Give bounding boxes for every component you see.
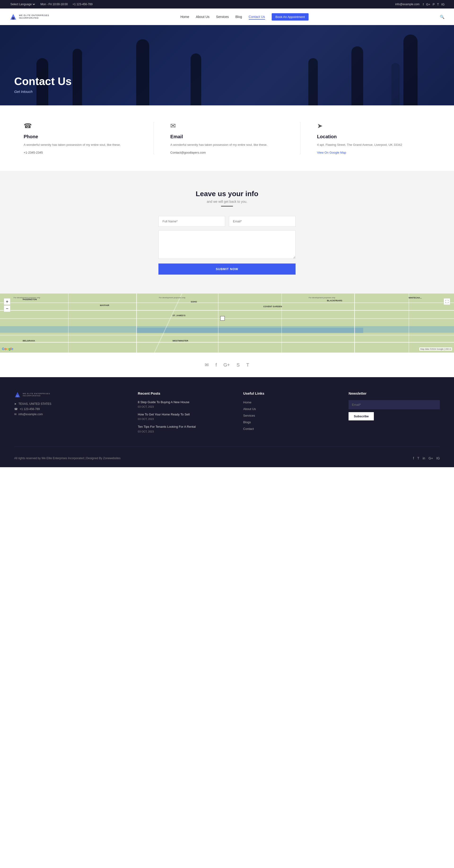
form-subtitle: and we will get back to you. xyxy=(207,200,247,204)
footer-link-services[interactable]: Services xyxy=(243,413,335,417)
map-fullscreen[interactable]: ⛶ xyxy=(444,298,450,305)
svg-rect-1 xyxy=(12,17,14,20)
location-detail[interactable]: View On Google Map xyxy=(317,151,430,154)
footer-email-icon: ✉ xyxy=(14,413,17,416)
footer-bottom: All rights reserved by We Elite Enterpri… xyxy=(14,454,440,460)
footer-post-1-date: 03 OCT, 2023 xyxy=(138,405,229,408)
fullname-input[interactable] xyxy=(158,216,225,227)
twitter-icon[interactable]: T xyxy=(437,3,439,6)
email-icon: ✉ xyxy=(170,122,283,130)
footer-link-blogs[interactable]: Blogs xyxy=(243,420,335,424)
nav-home[interactable]: Home xyxy=(180,15,189,19)
email-input[interactable] xyxy=(229,216,296,227)
useful-links-title: Useful Links xyxy=(243,391,335,395)
svg-rect-3 xyxy=(16,395,19,397)
pinterest-icon[interactable]: P xyxy=(433,3,435,6)
footer-link-about[interactable]: About Us xyxy=(243,407,335,411)
language-select[interactable]: Select Language xyxy=(9,2,36,6)
footer-recent-posts-col: Recent Posts 8 Step Guide To Buying A Ne… xyxy=(138,391,229,437)
location-title: Location xyxy=(317,134,430,140)
top-bar-right: info@example.com f G+ P T IG xyxy=(395,3,445,6)
contact-email-card: ✉ Email A wonderful serenity has taken p… xyxy=(170,122,283,154)
useful-links-list: Home About Us Services Blogs Contact xyxy=(243,400,335,431)
road-v3 xyxy=(218,293,218,352)
submit-button[interactable]: Submit Now xyxy=(158,264,296,275)
social-googleplus-icon[interactable]: G+ xyxy=(223,362,230,368)
map-label-belgravia: BELGRAVIA xyxy=(23,340,35,342)
google-plus-icon[interactable]: G+ xyxy=(426,3,430,6)
footer-post-1: 8 Step Guide To Buying A New House 03 OC… xyxy=(138,400,229,408)
map-label-dev3: For development purposes only xyxy=(309,297,335,299)
top-bar: Select Language Mon - Fri 10:00-18:00 +1… xyxy=(0,0,454,8)
form-row-top xyxy=(158,216,296,227)
contact-form: Submit Now xyxy=(158,216,296,275)
map-zoom-minus[interactable]: − xyxy=(4,305,10,312)
top-social-icons: f G+ P T IG xyxy=(423,3,445,6)
map-label-soho: SOHO xyxy=(190,301,197,303)
email-detail: Contact@goodlayers.com xyxy=(170,151,283,154)
phone-detail: +1-2345-2345 xyxy=(24,151,137,154)
social-twitter-icon[interactable]: T xyxy=(246,362,249,368)
email-address: info@example.com xyxy=(395,3,420,6)
map-label-westminster: WESTMINSTER xyxy=(173,340,188,342)
business-hours: Mon - Fri 10:00-18:00 xyxy=(40,3,68,6)
hero-section: Contact Us Get Intouch xyxy=(0,25,454,105)
footer-post-3-title[interactable]: Ten Tips For Tenants Looking For A Renta… xyxy=(138,425,229,429)
phone-desc: A wonderful serenity has taken possessio… xyxy=(24,142,137,148)
newsletter-subscribe-button[interactable]: Subscribe xyxy=(349,412,374,421)
logo[interactable]: WE ELITE ENTERPRISES INCORPORATED xyxy=(9,13,49,21)
form-divider xyxy=(221,206,233,207)
location-icon: ➤ xyxy=(317,122,430,130)
map-label-dev: For development purposes only xyxy=(14,297,40,299)
nav-about[interactable]: About Us xyxy=(196,15,210,19)
nav-book-appointment[interactable]: Book An Appointment xyxy=(272,13,309,21)
footer-newsletter-col: Newsletter Subscribe xyxy=(349,391,440,437)
road-v6 xyxy=(408,293,409,352)
map-attribution: Map data ©2024 Google | 200 m xyxy=(419,347,452,351)
nav-services[interactable]: Services xyxy=(216,15,229,19)
footer-post-2-title[interactable]: How To Get Your Home Ready To Sell xyxy=(138,412,229,416)
road-v5 xyxy=(354,293,355,352)
footer-link-home[interactable]: Home xyxy=(243,400,335,404)
social-skype-icon[interactable]: S xyxy=(237,362,240,368)
social-strip: ✉ f G+ S T xyxy=(0,352,454,377)
footer-link-contact[interactable]: Contact xyxy=(243,427,335,431)
footer-social-instagram[interactable]: IG xyxy=(436,456,440,460)
footer-social-facebook[interactable]: f xyxy=(413,456,414,460)
logo-text: WE ELITE ENTERPRISES INCORPORATED xyxy=(19,14,49,20)
footer-phone: ☎ +1 123-456-789 xyxy=(14,407,124,411)
newsletter-title: Newsletter xyxy=(349,391,440,395)
nav-blog[interactable]: Blog xyxy=(236,15,242,19)
map-label-mayfair: MAYFAIR xyxy=(100,304,109,307)
message-input[interactable] xyxy=(158,230,296,259)
map-label-whitechapel: WHITECHA... xyxy=(408,297,422,299)
map-zoom-plus[interactable]: + xyxy=(4,298,10,305)
footer-bottom-social: f T in G+ IG xyxy=(413,456,440,460)
divider-2 xyxy=(300,122,301,154)
map-section[interactable]: PADDINGTON MAYFAIR SOHO COVENT GARDEN BL… xyxy=(0,293,454,352)
footer-social-twitter[interactable]: T xyxy=(417,456,420,460)
social-email-icon[interactable]: ✉ xyxy=(205,362,209,368)
social-facebook-icon[interactable]: f xyxy=(215,362,217,368)
footer-social-linkedin[interactable]: in xyxy=(423,456,425,460)
contact-info-section: ☎ Phone A wonderful serenity has taken p… xyxy=(0,105,454,171)
form-title: Leave us your info xyxy=(195,190,258,198)
search-icon[interactable]: 🔍 xyxy=(440,14,445,19)
contact-form-section: Leave us your info and we will get back … xyxy=(0,171,454,293)
facebook-icon[interactable]: f xyxy=(423,3,424,6)
contact-location-card: ➤ Location 4 apt. Flawing Street. The Gr… xyxy=(317,122,430,154)
instagram-icon[interactable]: IG xyxy=(441,3,445,6)
map-label-paddington: PADDINGTON xyxy=(23,298,37,301)
top-bar-left: Select Language Mon - Fri 10:00-18:00 +1… xyxy=(9,2,92,6)
newsletter-email-input[interactable] xyxy=(349,400,440,409)
map-water-2 xyxy=(136,328,363,333)
logo-icon xyxy=(9,13,17,21)
nav-links: Home About Us Services Blog Contact Us B… xyxy=(180,14,309,19)
map-pin xyxy=(220,316,225,321)
footer-logo-text: WE ELITE ENTERPRISES INCORPORATED xyxy=(23,393,50,397)
footer-social-googleplus[interactable]: G+ xyxy=(428,456,433,460)
nav-contact[interactable]: Contact Us xyxy=(249,15,265,20)
footer-brand-col: WE ELITE ENTERPRISES INCORPORATED ➤ TEXA… xyxy=(14,391,124,437)
footer-post-1-title[interactable]: 8 Step Guide To Buying A New House xyxy=(138,400,229,404)
location-pin-icon: ➤ xyxy=(14,402,17,405)
